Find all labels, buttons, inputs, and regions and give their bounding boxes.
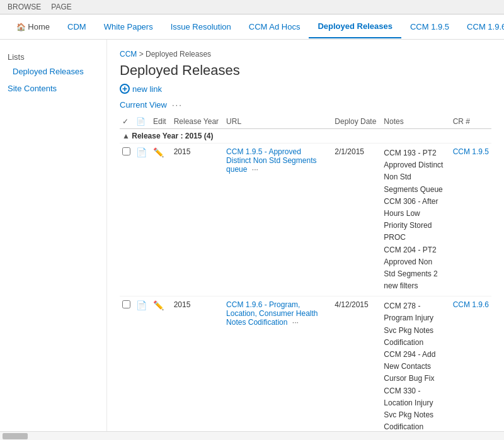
row-url-text[interactable]: CCM 1.9.6 - Program, Location, Consumer …	[226, 300, 318, 327]
nav-ccm-195[interactable]: CCM 1.9.5	[401, 16, 458, 38]
nav-cdm[interactable]: CDM	[59, 16, 95, 38]
current-view-label[interactable]: Current View	[120, 100, 167, 110]
row-edit-icon[interactable]: ✏️	[151, 296, 171, 440]
breadcrumb-separator: >	[137, 50, 146, 59]
doc-icon: 📄	[136, 300, 147, 310]
row-checkbox[interactable]	[122, 147, 130, 155]
row-file-icon: 📄	[134, 144, 151, 296]
scrollbar-thumb[interactable]	[3, 433, 28, 439]
nav-ccm-ad-hocs[interactable]: CCM Ad Hocs	[240, 16, 309, 38]
nav-issue-resolution[interactable]: Issue Resolution	[162, 16, 240, 38]
content-area: CCM > Deployed Releases Deployed Release…	[107, 40, 504, 440]
row-cr[interactable]: CCM 1.9.5	[450, 144, 491, 296]
new-link-icon: +	[120, 84, 130, 94]
group-header-row: ▲ Release Year : 2015 (4)	[120, 129, 491, 144]
row-cr[interactable]: CCM 1.9.6	[450, 296, 491, 440]
doc-icon: 📄	[136, 147, 147, 157]
sidebar-item-deployed-releases[interactable]: Deployed Releases	[8, 65, 99, 77]
check-icon: ✓	[122, 117, 129, 126]
main-layout: Lists Deployed Releases Site Contents CC…	[0, 40, 504, 440]
row-check[interactable]	[120, 296, 134, 440]
row-deploy-date: 2/1/2015	[332, 144, 381, 296]
breadcrumb: CCM > Deployed Releases	[120, 50, 491, 59]
group-collapse-icon[interactable]: ▲	[122, 132, 132, 140]
data-table: ✓ 📄 Edit Release Year URL Dep	[120, 115, 491, 440]
col-edit: Edit	[151, 115, 171, 129]
row-file-icon: 📄	[134, 296, 151, 440]
row-deploy-date: 4/12/2015	[332, 296, 381, 440]
row-notes: CCM 278 - Program Injury Svc Pkg Notes C…	[381, 296, 450, 440]
row-url[interactable]: CCM 1.9.5 - Approved Distinct Non Std Se…	[224, 144, 332, 296]
file-icon: 📄	[136, 117, 146, 126]
col-cr: CR #	[450, 115, 491, 129]
col-check: ✓	[120, 115, 134, 129]
col-url: URL	[224, 115, 332, 129]
table-header-row: ✓ 📄 Edit Release Year URL Dep	[120, 115, 491, 129]
table-row: 📄 ✏️ 2015 CCM 1.9.5 - Approved Distinct …	[120, 144, 491, 296]
edit-pencil-icon[interactable]: ✏️	[153, 147, 164, 157]
row-dots[interactable]: ···	[292, 318, 299, 327]
view-toolbar: Current View ···	[120, 100, 491, 110]
view-toolbar-dots[interactable]: ···	[172, 100, 183, 110]
row-checkbox[interactable]	[122, 300, 130, 308]
sidebar-lists-title: Lists	[8, 52, 99, 62]
sidebar-site-contents[interactable]: Site Contents	[8, 84, 99, 93]
row-edit-icon[interactable]: ✏️	[151, 144, 171, 296]
browse-tab[interactable]: BROWSE	[8, 3, 41, 11]
breadcrumb-current: Deployed Releases	[146, 50, 211, 59]
breadcrumb-ccm[interactable]: CCM	[120, 50, 137, 59]
nav-home[interactable]: Home	[8, 16, 59, 38]
new-link-label: new link	[132, 84, 162, 94]
nav-ccm-196[interactable]: CCM 1.9.6 (CDM Notes	[458, 16, 504, 38]
row-check[interactable]	[120, 144, 134, 296]
edit-pencil-icon[interactable]: ✏️	[153, 300, 164, 310]
row-dots[interactable]: ···	[252, 165, 258, 174]
row-url[interactable]: CCM 1.9.6 - Program, Location, Consumer …	[224, 296, 332, 440]
col-notes: Notes	[381, 115, 450, 129]
row-year: 2015	[171, 296, 224, 440]
page-title: Deployed Releases	[120, 62, 491, 79]
new-link-button[interactable]: + new link	[120, 84, 491, 94]
row-notes: CCM 193 - PT2 Approved Distinct Non Std …	[381, 144, 450, 296]
sidebar: Lists Deployed Releases Site Contents	[0, 40, 107, 440]
row-url-text[interactable]: CCM 1.9.5 - Approved Distinct Non Std Se…	[226, 147, 316, 174]
col-file-icon: 📄	[134, 115, 151, 129]
top-bar: BROWSE PAGE	[0, 0, 504, 14]
col-deploy-date: Deploy Date	[332, 115, 381, 129]
table-row: 📄 ✏️ 2015 CCM 1.9.6 - Program, Location,…	[120, 296, 491, 440]
group-header-label: Release Year : 2015 (4)	[132, 132, 213, 140]
col-release-year: Release Year	[171, 115, 224, 129]
bottom-scrollbar[interactable]	[0, 431, 504, 440]
page-tab[interactable]: PAGE	[51, 3, 71, 11]
col-edit-label: Edit	[153, 117, 166, 126]
nav-white-papers[interactable]: White Papers	[95, 16, 162, 38]
nav-deployed-releases[interactable]: Deployed Releases	[309, 15, 401, 38]
nav-bar: Home CDM White Papers Issue Resolution C…	[0, 14, 504, 40]
row-year: 2015	[171, 144, 224, 296]
